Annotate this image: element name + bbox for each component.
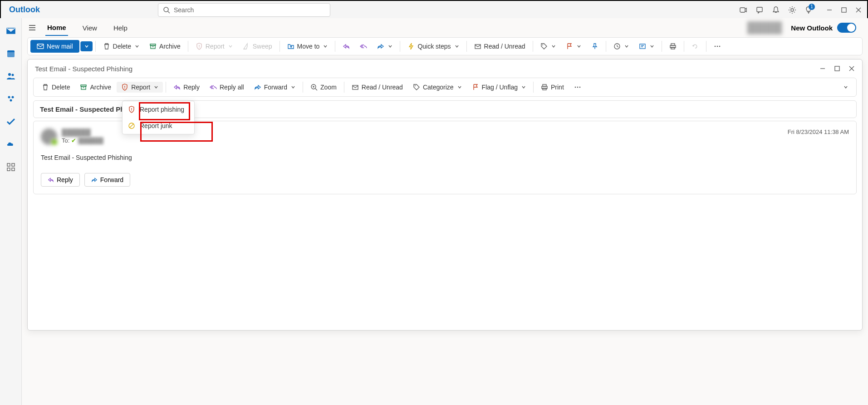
maximize-icon[interactable] xyxy=(841,7,847,13)
svg-point-14 xyxy=(11,96,14,99)
flag-button[interactable] xyxy=(561,41,586,52)
delete-button[interactable]: Delete xyxy=(98,41,144,52)
folder-move-icon xyxy=(287,43,294,50)
rules-button[interactable] xyxy=(634,41,659,52)
more-button[interactable] xyxy=(709,41,726,52)
read-unread-button[interactable]: Read / Unread xyxy=(470,41,530,52)
report-phishing-item[interactable]: Report phishing xyxy=(123,101,194,118)
forward-icon-button[interactable] xyxy=(373,41,397,52)
svg-point-37 xyxy=(716,46,718,47)
reply-icon xyxy=(48,177,54,183)
tab-help[interactable]: Help xyxy=(112,20,129,35)
msg-archive-button[interactable]: Archive xyxy=(75,82,116,93)
svg-rect-32 xyxy=(640,44,645,49)
msg-categorize-button[interactable]: Categorize xyxy=(408,82,466,93)
clock-icon xyxy=(613,43,621,50)
reply-all-icon xyxy=(210,84,217,91)
move-to-button[interactable]: Move to xyxy=(283,41,333,52)
msgwin-minimize-icon[interactable] xyxy=(819,65,826,72)
search-icon xyxy=(163,6,170,14)
archive-icon xyxy=(149,43,157,50)
people-rail-icon[interactable] xyxy=(5,70,17,83)
message-toolbar: Delete Archive Report Reply Reply all xyxy=(33,78,857,97)
search-input[interactable]: Search xyxy=(158,3,330,17)
apps-rail-icon[interactable] xyxy=(5,161,17,173)
gear-icon[interactable] xyxy=(788,6,796,14)
message-text: Test Email - Suspected Phishing xyxy=(41,154,849,161)
forward-icon xyxy=(91,177,98,183)
svg-line-54 xyxy=(315,89,317,90)
msg-print-button[interactable]: Print xyxy=(536,82,569,93)
meet-now-icon[interactable] xyxy=(739,6,747,14)
tab-home[interactable]: Home xyxy=(45,20,68,36)
onedrive-rail-icon[interactable] xyxy=(5,138,17,151)
msg-reply-button[interactable]: Reply xyxy=(169,82,204,93)
svg-rect-18 xyxy=(7,168,10,171)
pin-button[interactable] xyxy=(587,41,603,52)
minimize-icon[interactable] xyxy=(826,7,833,13)
svg-point-62 xyxy=(574,87,576,88)
notes-icon[interactable] xyxy=(755,6,764,14)
tips-icon[interactable]: 1 xyxy=(804,6,813,14)
printer-icon xyxy=(669,43,677,50)
new-mail-button[interactable]: New mail xyxy=(30,40,79,53)
zoom-icon xyxy=(310,84,318,91)
msg-more-button[interactable] xyxy=(569,82,586,93)
shield-icon xyxy=(121,84,128,91)
rules-icon xyxy=(639,43,646,50)
msg-flag-button[interactable]: Flag / Unflag xyxy=(467,82,530,93)
trash-icon xyxy=(103,43,110,50)
calendar-rail-icon[interactable] xyxy=(5,47,17,60)
forward-icon xyxy=(254,84,261,91)
svg-line-1 xyxy=(168,11,170,13)
msg-report-button[interactable]: Report xyxy=(117,82,163,93)
mail-rail-icon[interactable] xyxy=(5,25,17,37)
trash-icon xyxy=(42,84,49,91)
svg-point-13 xyxy=(8,96,10,99)
msg-toolbar-chevron[interactable] xyxy=(839,83,853,91)
bell-icon[interactable] xyxy=(772,6,780,14)
msg-delete-button[interactable]: Delete xyxy=(37,82,74,93)
envelope-icon xyxy=(352,84,359,91)
new-outlook-toggle[interactable] xyxy=(837,23,856,33)
msg-forward-button[interactable]: Forward xyxy=(250,82,300,93)
svg-rect-17 xyxy=(12,163,15,166)
reply-action-button[interactable]: Reply xyxy=(41,173,80,187)
hamburger-icon[interactable] xyxy=(28,24,36,32)
svg-rect-61 xyxy=(543,88,546,90)
undo-button xyxy=(687,41,703,52)
svg-point-4 xyxy=(791,9,794,11)
tag-icon xyxy=(413,84,420,91)
new-mail-chevron[interactable] xyxy=(80,41,93,51)
sender-avatar[interactable] xyxy=(41,128,57,145)
forward-action-button[interactable]: Forward xyxy=(84,173,130,187)
archive-button[interactable]: Archive xyxy=(145,41,185,52)
msgwin-maximize-icon[interactable] xyxy=(834,65,840,72)
svg-rect-35 xyxy=(671,47,675,49)
message-window-titlebar: Test Email - Suspected Phishing xyxy=(28,59,862,78)
msg-zoom-button[interactable]: Zoom xyxy=(306,82,341,93)
account-info[interactable]: ██████████████████ xyxy=(747,21,782,34)
svg-rect-2 xyxy=(740,8,745,12)
svg-point-64 xyxy=(579,87,580,88)
reply-all-icon-button[interactable] xyxy=(355,41,372,52)
svg-point-30 xyxy=(542,44,543,45)
groups-rail-icon[interactable] xyxy=(5,93,17,105)
todo-rail-icon[interactable] xyxy=(5,115,17,128)
close-icon[interactable] xyxy=(855,7,862,13)
tab-view[interactable]: View xyxy=(81,20,99,35)
reply-icon-button[interactable] xyxy=(338,41,354,52)
tag-button[interactable] xyxy=(536,41,560,52)
svg-rect-16 xyxy=(7,163,10,166)
search-placeholder: Search xyxy=(174,6,194,14)
pin-icon xyxy=(591,43,598,50)
msg-read-unread-button[interactable]: Read / Unread xyxy=(347,82,407,93)
msgwin-close-icon[interactable] xyxy=(848,65,855,72)
snooze-button[interactable] xyxy=(609,41,633,52)
flag-icon xyxy=(566,43,573,50)
msg-reply-all-button[interactable]: Reply all xyxy=(205,82,249,93)
quick-steps-button[interactable]: Quick steps xyxy=(403,41,463,52)
report-junk-item[interactable]: Report junk xyxy=(123,118,194,134)
print-button[interactable] xyxy=(665,41,681,52)
svg-rect-45 xyxy=(835,66,839,71)
